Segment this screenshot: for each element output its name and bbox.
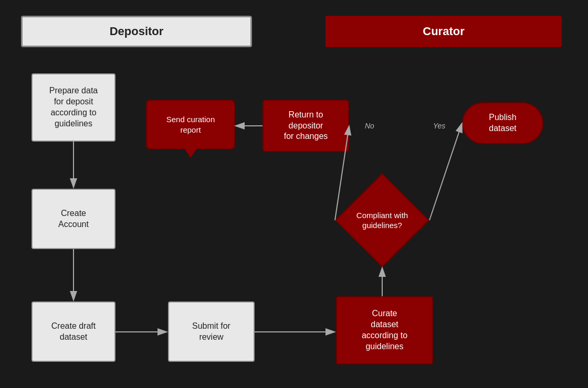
- return-depositor-label: Return to depositor for changes: [284, 110, 328, 142]
- prepare-data-box: Prepare data for deposit according to gu…: [32, 73, 116, 142]
- yes-label: Yes: [433, 122, 445, 130]
- create-account-box: Create Account: [32, 189, 116, 249]
- diagram-area: Depositor Curator Prepare data for depos…: [0, 0, 588, 388]
- send-curation-label: Send curation report: [166, 114, 215, 135]
- submit-review-label: Submit for review: [192, 321, 230, 343]
- compliant-label: Compliant with guidelines?: [335, 173, 429, 267]
- curator-header: Curator: [326, 16, 562, 47]
- prepare-data-label: Prepare data for deposit according to gu…: [49, 85, 98, 129]
- compliant-diamond: Compliant with guidelines?: [335, 173, 429, 267]
- create-account-label: Create Account: [58, 208, 89, 230]
- curate-dataset-box: Curate dataset according to guidelines: [336, 296, 433, 364]
- submit-review-box: Submit for review: [168, 301, 255, 362]
- svg-line-7: [429, 123, 462, 220]
- depositor-header: Depositor: [21, 16, 252, 47]
- curate-dataset-label: Curate dataset according to guidelines: [362, 308, 407, 352]
- publish-box: Publish dataset: [462, 102, 543, 144]
- publish-label: Publish dataset: [489, 112, 516, 134]
- depositor-title: Depositor: [110, 25, 164, 38]
- curator-title: Curator: [423, 25, 464, 38]
- return-depositor-box: Return to depositor for changes: [262, 100, 349, 152]
- send-curation-box: Send curation report: [146, 100, 235, 149]
- create-draft-box: Create draft dataset: [32, 301, 116, 362]
- no-label: No: [365, 122, 374, 130]
- create-draft-label: Create draft dataset: [51, 321, 96, 343]
